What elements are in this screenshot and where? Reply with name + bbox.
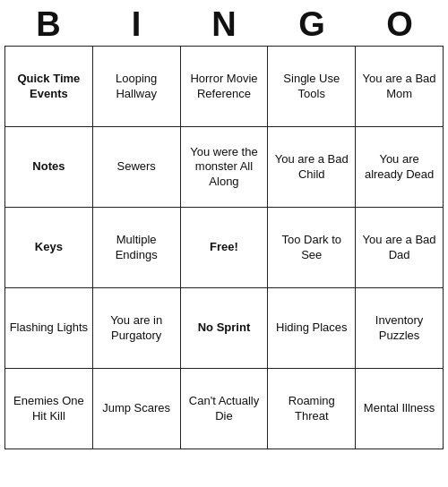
bingo-letter: I [96,5,177,44]
bingo-cell: Inventory Puzzles [356,288,444,369]
bingo-cell: You are in Purgatory [92,288,180,369]
bingo-letter: O [359,5,440,44]
bingo-cell: You are a Bad Dad [356,208,444,288]
table-row: KeysMultiple EndingsFree!Too Dark to See… [5,208,444,288]
bingo-cell: Sewers [92,127,180,208]
bingo-letter: B [8,5,89,44]
bingo-cell: Too Dark to See [268,208,356,288]
bingo-cell: Keys [5,208,93,288]
table-row: Flashing LightsYou are in PurgatoryNo Sp… [5,288,444,369]
bingo-cell: Horror Movie Reference [180,47,268,127]
bingo-cell: You are a Bad Mom [356,47,444,127]
bingo-cell: Enemies One Hit Kill [5,369,93,449]
bingo-cell: Looping Hallway [92,47,180,127]
bingo-cell: Roaming Threat [268,369,356,449]
table-row: NotesSewersYou were the monster All Alon… [5,127,444,208]
bingo-cell: Mental Illness [356,369,444,449]
bingo-cell: No Sprint [180,288,268,369]
bingo-cell: You are already Dead [356,127,444,208]
bingo-header: BINGO [4,0,444,46]
bingo-cell: Free! [180,208,268,288]
bingo-cell: Can't Actually Die [180,369,268,449]
bingo-cell: You are a Bad Child [268,127,356,208]
bingo-cell: Jump Scares [92,369,180,449]
bingo-letter: N [184,5,264,44]
table-row: Enemies One Hit KillJump ScaresCan't Act… [5,369,444,449]
bingo-cell: Hiding Places [268,288,356,369]
bingo-cell: Multiple Endings [92,208,180,288]
bingo-cell: Quick Time Events [5,47,93,127]
bingo-cell: You were the monster All Along [180,127,268,208]
table-row: Quick Time EventsLooping HallwayHorror M… [5,47,444,127]
bingo-cell: Notes [5,127,93,208]
bingo-letter: G [271,5,352,44]
bingo-cell: Flashing Lights [5,288,93,369]
bingo-grid: Quick Time EventsLooping HallwayHorror M… [4,46,444,449]
bingo-cell: Single Use Tools [268,47,356,127]
